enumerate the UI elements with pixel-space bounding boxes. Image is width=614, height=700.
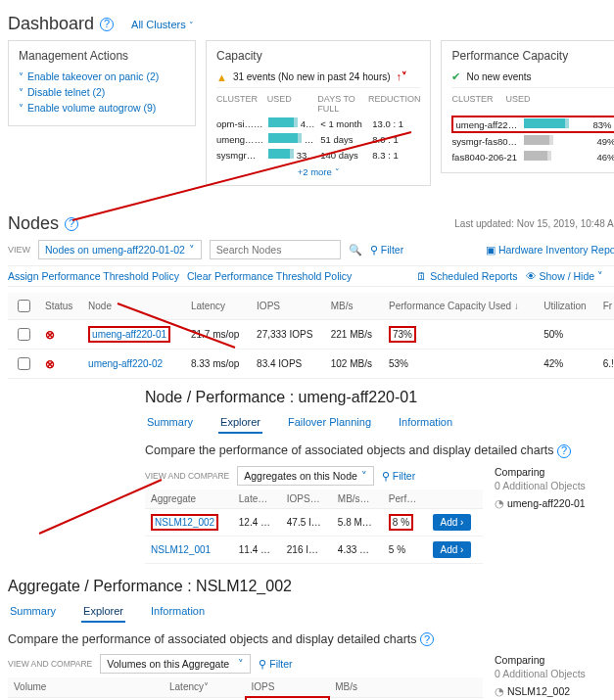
help-icon[interactable]: ?: [100, 18, 114, 31]
agg-perf-desc: Compare the performance of associated ob…: [8, 632, 417, 646]
tab-summary[interactable]: Summary: [8, 601, 58, 623]
tab-explorer[interactable]: Explorer: [81, 601, 125, 623]
col-aggregate[interactable]: Aggregate: [145, 490, 233, 509]
col-reduction: REDUCTION: [368, 94, 421, 114]
comparing-title: Comparing: [495, 466, 614, 478]
agg-perf-title: Aggregate / Performance : NSLM12_002: [8, 578, 614, 595]
vac-dropdown-highlighted[interactable]: Volumes on this Aggregate˅: [100, 654, 251, 674]
cell-latency: 11.4 …: [233, 536, 281, 563]
chevron-down-icon: [19, 86, 24, 98]
table-row[interactable]: ⊗ umeng-aff220-01 21.7 ms/op 27,333 IOPS…: [8, 320, 614, 350]
col-iops[interactable]: IOPS: [251, 293, 325, 320]
col-pcu[interactable]: Performance Capacity Used ↓: [383, 293, 538, 320]
view-label: VIEW: [8, 245, 30, 255]
cell-latency: 21.7 ms/op: [185, 320, 251, 350]
cell-iops: 27,333 IOPS: [251, 320, 325, 350]
perfcap-row[interactable]: sysmgr-fas8060-1-8 49% < 1 month: [451, 133, 614, 149]
add-button[interactable]: Add ›: [433, 514, 472, 531]
col-volume[interactable]: Volume: [8, 677, 164, 697]
table-row[interactable]: NSLM12_002 12.4 … 47.5 I… 5.8 M… 8 % Add…: [145, 508, 483, 536]
scope-dropdown[interactable]: All Clusters: [131, 19, 194, 30]
filter-button[interactable]: ⚲Filter: [259, 658, 292, 670]
node-perf-title: Node / Performance : umeng-aff220-01: [145, 389, 614, 406]
col-mbs[interactable]: MB/s: [325, 293, 383, 320]
filter-icon: ⚲: [382, 470, 390, 482]
capacity-row[interactable]: opm-si…licity 40.5 TB < 1 month 13.0 : 1: [216, 116, 420, 131]
node-link[interactable]: umeng-aff220-02: [88, 358, 163, 369]
mgmt-action-item[interactable]: Enable volume autogrow (9): [19, 102, 185, 114]
mgmt-action-item[interactable]: Enable takeover on panic (2): [19, 70, 185, 82]
table-row[interactable]: ⊗ umeng-aff220-02 8.33 ms/op 83.4 IOPS 1…: [8, 350, 614, 379]
col-latency[interactable]: Latency: [185, 293, 251, 320]
capacity-row[interactable]: sysmgr…0-1-8 33 TB 140 days 8.3 : 1: [216, 147, 420, 163]
tab-information[interactable]: Information: [149, 601, 207, 623]
filter-button[interactable]: ⚲Filter: [370, 244, 403, 256]
col-mbs[interactable]: MB/s…: [332, 490, 383, 509]
up-arrow-icon[interactable]: ↑˅: [397, 70, 408, 83]
nodes-updated: Last updated: Nov 15, 2019, 10:48 AM: [454, 218, 614, 229]
aggregate-link[interactable]: NSLM12_001: [151, 544, 211, 555]
mgmt-actions-title: Management Actions: [19, 49, 185, 63]
capacity-row[interactable]: umeng…1-02 83.6 TB 51 days 8.0 : 1: [216, 131, 420, 147]
ok-icon: ✔: [451, 70, 460, 83]
assign-policy-link[interactable]: Assign Performance Threshold Policy: [8, 270, 179, 282]
col-iops[interactable]: IOPS: [246, 677, 330, 697]
hw-report-link[interactable]: ▣ Hardware Inventory Report: [486, 244, 614, 256]
select-all-checkbox[interactable]: [18, 300, 30, 312]
perfcap-row-highlighted[interactable]: umeng-aff220-01-02 83% < 1 month: [451, 116, 614, 133]
vac-label: VIEW AND COMPARE: [8, 659, 92, 669]
tab-summary[interactable]: Summary: [145, 412, 195, 434]
cell-perf-highlighted: 8 %: [389, 514, 413, 531]
col-mbs[interactable]: MB/s: [329, 677, 410, 697]
capacity-more[interactable]: +2 more: [216, 166, 420, 177]
clear-policy-link[interactable]: Clear Performance Threshold Policy: [187, 270, 352, 282]
cell-mbs: 5.8 M…: [332, 508, 383, 536]
col-node[interactable]: Node: [82, 293, 185, 320]
status-error-icon: ⊗: [45, 328, 55, 342]
vac-dropdown-highlighted[interactable]: Aggregates on this Node˅: [237, 466, 374, 486]
view-dropdown[interactable]: Nodes on umeng-aff220-01-02˅: [38, 240, 202, 259]
tab-information[interactable]: Information: [397, 412, 454, 434]
status-error-icon: ⊗: [45, 357, 55, 371]
mgmt-action-item[interactable]: Disable telnet (2): [19, 86, 185, 98]
cell-mbs: 4.33 …: [332, 536, 383, 563]
tab-failover[interactable]: Failover Planning: [286, 412, 373, 434]
help-icon[interactable]: ?: [557, 444, 571, 458]
chevron-down-icon: [19, 70, 24, 82]
mgmt-action-label: Enable takeover on panic (2): [27, 70, 159, 82]
add-button[interactable]: Add ›: [433, 541, 472, 558]
scheduled-reports-link[interactable]: 🗓 Scheduled Reports: [416, 270, 517, 282]
compare-obj-icon: ◔: [495, 497, 504, 509]
cell-perf: 5 %: [383, 536, 427, 563]
col-used: USED: [267, 94, 318, 114]
filter-button[interactable]: ⚲Filter: [382, 470, 415, 482]
col-fr[interactable]: Fr: [597, 293, 614, 320]
perfcap-title: Performance Capacity: [451, 49, 614, 63]
cell-util: 50%: [538, 320, 596, 350]
aggregate-link-highlighted[interactable]: NSLM12_002: [151, 514, 218, 531]
col-used: USED: [505, 94, 559, 114]
search-input[interactable]: [210, 240, 341, 259]
perfcap-row[interactable]: fas8040-206-21 46% 77 days: [451, 149, 614, 164]
show-hide-dropdown[interactable]: 👁 Show / Hide ˅: [526, 270, 603, 282]
row-checkbox[interactable]: [18, 328, 30, 341]
col-latency[interactable]: Latency˅: [164, 677, 246, 697]
tab-explorer[interactable]: Explorer: [218, 412, 262, 434]
chevron-down-icon: ˅: [238, 658, 244, 670]
col-util[interactable]: Utilization: [538, 293, 596, 320]
volumes-table: Volume Latency˅ IOPS MB/s suchita_vmawar…: [8, 677, 483, 700]
row-checkbox[interactable]: [18, 357, 30, 370]
capacity-title: Capacity: [216, 49, 420, 63]
col-perf[interactable]: Perf…: [383, 490, 427, 509]
help-icon[interactable]: ?: [420, 632, 434, 646]
cell-latency: 12.4 …: [233, 508, 281, 536]
cell-pcu: 53%: [383, 350, 538, 379]
search-icon[interactable]: 🔍: [349, 244, 362, 257]
col-iops[interactable]: IOPS…: [281, 490, 332, 509]
col-status[interactable]: Status: [39, 293, 82, 320]
node-link-highlighted[interactable]: umeng-aff220-01: [88, 326, 170, 343]
help-icon[interactable]: ?: [65, 217, 78, 231]
cell-util: 42%: [538, 350, 596, 379]
table-row[interactable]: NSLM12_001 11.4 … 216 I… 4.33 … 5 % Add …: [145, 536, 483, 563]
col-latency[interactable]: Late…: [233, 490, 281, 509]
